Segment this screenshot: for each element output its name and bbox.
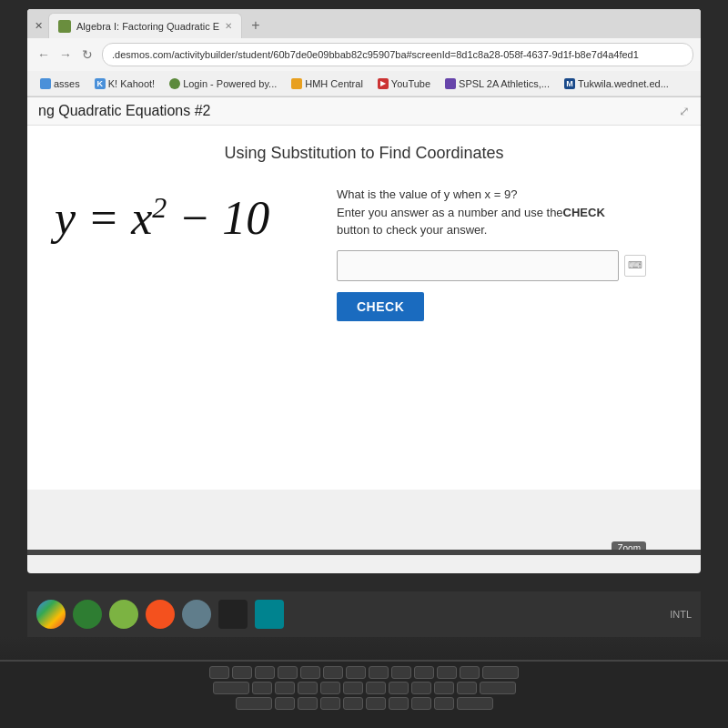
key[interactable] [366,682,386,694]
taskbar-icon-4[interactable] [182,600,211,629]
key[interactable] [414,666,434,679]
back-button[interactable]: ← [35,46,53,64]
bookmarks-bar: asses K K! Kahoot! Login - Powered by...… [27,71,701,96]
key[interactable] [275,697,295,710]
bookmark-spsl-icon [445,78,456,89]
key[interactable] [389,697,409,710]
key-backspace[interactable] [482,666,519,679]
taskbar-icon-5[interactable] [218,600,248,629]
question-line2: Enter you answer as a number and use the [337,206,563,219]
check-button[interactable]: CHECK [337,292,424,321]
bookmark-asses[interactable]: asses [35,76,86,91]
key[interactable] [275,682,295,694]
browser-chrome: ✕ Algebra I: Factoring Quadratic E ✕ + ←… [27,9,701,97]
equation-exponent: 2 [152,191,167,224]
bookmark-hmh-label: HMH Central [305,78,363,89]
key[interactable] [457,682,477,694]
address-bar: ← → ↻ .desmos.com/activitybuilder/studen… [27,38,701,71]
key-enter[interactable] [480,682,516,694]
nav-buttons: ← → ↻ [35,46,96,64]
screen-bottom-edge [27,550,701,555]
taskbar: INTL [27,592,701,637]
key[interactable] [298,682,318,694]
reload-button[interactable]: ↻ [78,46,96,64]
taskbar-icons [36,600,284,629]
equation-display: y = x2 − 10 [55,181,309,257]
page-title: ng Quadratic Equations #2 [38,103,210,119]
bookmark-asses-icon [40,78,51,89]
bookmark-kahoot[interactable]: K K! Kahoot! [89,76,160,91]
key[interactable] [209,666,229,679]
key[interactable] [320,682,340,694]
expand-icon[interactable]: ⤢ [679,104,690,118]
bookmark-asses-label: asses [54,78,80,89]
key[interactable] [346,666,366,679]
taskbar-icon-6[interactable] [255,600,284,629]
active-tab[interactable]: Algebra I: Factoring Quadratic E ✕ [48,13,242,38]
key[interactable] [252,682,272,694]
taskbar-icon-3[interactable] [146,600,175,629]
bookmark-tukwila-label: Tukwila.wednet.ed... [578,78,669,89]
bookmark-tukwila[interactable]: M Tukwila.wednet.ed... [559,76,674,91]
bookmark-kahoot-icon: K [95,78,106,89]
bookmark-hmh[interactable]: HMH Central [286,76,369,91]
problem-layout: y = x2 − 10 What is the value of y when … [55,181,673,321]
key[interactable] [437,666,457,679]
keyboard-area [0,660,728,728]
key[interactable] [323,666,343,679]
bookmark-spsl[interactable]: SPSL 2A Athletics,... [440,76,555,91]
key[interactable] [278,666,298,679]
window-close-button[interactable]: ✕ [31,20,46,32]
key[interactable] [434,697,454,710]
url-text: .desmos.com/activitybuilder/student/60b7… [112,49,639,60]
key[interactable] [369,666,389,679]
key-tab[interactable] [213,682,249,694]
keyboard-rows [0,662,728,717]
key[interactable] [434,682,454,694]
taskbar-icon-1[interactable] [73,600,102,629]
bookmark-login[interactable]: Login - Powered by... [164,76,282,91]
key[interactable] [411,697,431,710]
key[interactable] [320,697,340,710]
forward-button[interactable]: → [56,46,75,64]
key-row-1 [18,666,710,679]
equation-y: y [55,192,76,244]
taskbar-icon-2[interactable] [109,600,138,629]
key[interactable] [300,666,320,679]
bookmark-youtube-label: YouTube [391,78,430,89]
key-row-2 [18,682,710,694]
bookmark-kahoot-label: K! Kahoot! [108,78,155,89]
url-field[interactable]: .desmos.com/activitybuilder/student/60b7… [102,43,693,66]
bookmark-youtube[interactable]: ▶ YouTube [372,76,436,91]
key[interactable] [298,697,318,710]
key[interactable] [460,666,480,679]
taskbar-chrome-icon[interactable] [36,600,66,629]
right-panel: What is the value of y when x = 9? Enter… [337,181,673,321]
key[interactable] [343,682,363,694]
key[interactable] [366,697,386,710]
key[interactable] [232,666,252,679]
tab-favicon [58,20,71,33]
key[interactable] [255,666,275,679]
equation-equals: = [87,192,131,244]
input-keyboard-icon[interactable]: ⌨ [624,255,646,277]
answer-input[interactable] [337,250,619,281]
key[interactable] [343,697,363,710]
bookmark-spsl-label: SPSL 2A Athletics,... [459,78,550,89]
new-tab-button[interactable]: + [244,13,267,38]
bookmark-login-icon [169,78,180,89]
key-shift-right[interactable] [457,697,493,710]
key-shift-left[interactable] [236,697,272,710]
tab-title: Algebra I: Factoring Quadratic E [76,21,219,32]
key[interactable] [391,666,411,679]
question-line3: button to check your answer. [337,223,487,237]
bookmark-tukwila-icon: M [564,78,575,89]
tab-close-icon[interactable]: ✕ [225,21,232,31]
key[interactable] [411,682,431,694]
taskbar-right-label: INTL [670,609,692,620]
content-area: Using Substitution to Find Coordinates y… [27,126,701,490]
key[interactable] [389,682,409,694]
bookmark-hmh-icon [291,78,302,89]
laptop-body: ✕ Algebra I: Factoring Quadratic E ✕ + ←… [0,0,728,728]
bookmark-login-label: Login - Powered by... [183,78,277,89]
